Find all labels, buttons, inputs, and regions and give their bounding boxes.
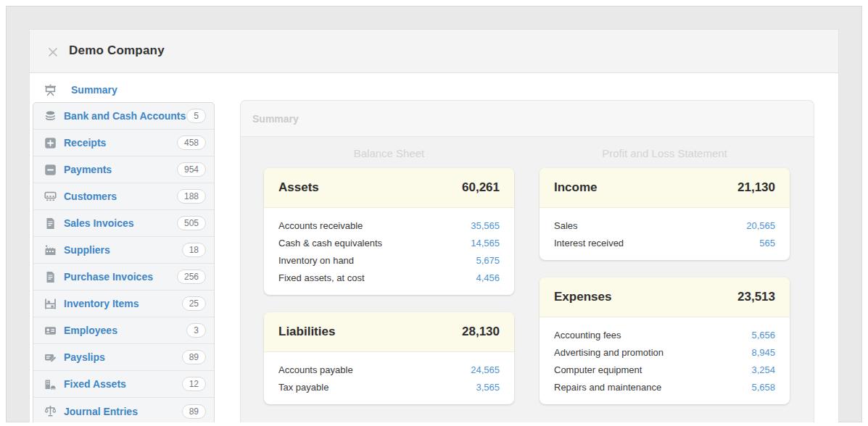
sidebar-item-payments[interactable]: Payments 954 [33,156,214,183]
sidebar-item-summary[interactable]: Summary [33,78,215,102]
row-amount[interactable]: 35,565 [471,220,500,232]
account-row: Accounts payable 24,565 [278,361,500,378]
sidebar-nav-list: Bank and Cash Accounts 5 Receipts 458 Pa… [33,102,215,422]
invoice-icon [44,271,57,283]
summary-panel: Summary Balance Sheet Assets 60,261 Acco… [240,100,814,422]
minus-square-icon [44,164,57,176]
sidebar-item-receipts[interactable]: Receipts 458 [33,130,214,156]
row-label: Interest received [554,237,624,249]
card-title: Liabilities [278,325,335,339]
sidebar-item-inventory-items[interactable]: Inventory Items 25 [33,291,214,317]
scales-icon [44,405,57,417]
sidebar-item-label: Sales Invoices [64,217,177,229]
row-label: Sales [554,220,578,232]
tab-summary[interactable]: Summary [252,113,299,125]
column-heading: Profit and Loss Statement [540,147,790,159]
balance-sheet-column: Balance Sheet Assets 60,261 Accounts rec… [264,137,514,422]
account-row: Accounts receivable 35,565 [278,217,500,234]
row-label: Inventory on hand [278,254,354,267]
row-amount[interactable]: 24,565 [471,364,500,376]
count-badge: 18 [182,243,206,257]
row-label: Advertising and promotion [554,346,664,359]
audience-icon [44,191,57,203]
sidebar-item-fixed-assets[interactable]: Fixed Assets 12 [33,371,214,398]
card-body: Accounting fees 5,656 Advertising and pr… [540,317,790,404]
sidebar-item-label: Payments [64,164,177,175]
sidebar-item-customers[interactable]: Customers 188 [33,183,214,210]
sidebar-item-label: Inventory Items [64,298,182,309]
sidebar-item-bank-and-cash-accounts[interactable]: Bank and Cash Accounts 5 [33,103,214,130]
row-label: Cash & cash equivalents [278,237,382,249]
card-income: Income 21,130 Sales 20,565 Interest rece… [540,168,790,260]
card-title: Assets [278,180,319,195]
count-badge: 256 [177,270,206,284]
sidebar-item-suppliers[interactable]: Suppliers 18 [33,237,214,264]
row-amount[interactable]: 5,675 [476,254,500,267]
row-amount[interactable]: 5,656 [751,329,775,341]
sidebar-item-label: Fixed Assets [64,378,182,390]
building-truck-icon [44,378,57,390]
count-badge: 458 [177,135,206,150]
row-label: Fixed assets, at cost [278,272,365,284]
account-row: Fixed assets, at cost 4,456 [278,269,500,286]
count-badge: 188 [177,189,206,204]
account-row: Computer equipment 3,254 [554,361,775,378]
sidebar-item-label: Payslips [64,351,182,363]
sidebar-item-label: Suppliers [64,244,182,256]
shelf-icon [44,298,57,310]
card-title: Expenses [554,290,611,304]
count-badge: 5 [186,109,206,123]
row-amount[interactable]: 14,565 [471,237,500,249]
account-row: Tax payable 3,565 [278,378,500,396]
row-amount[interactable]: 3,254 [751,364,775,376]
account-row: Cash & cash equivalents 14,565 [278,234,500,251]
count-badge: 25 [182,296,206,311]
invoice-icon [44,217,57,230]
card-body: Sales 20,565 Interest received 565 [540,208,790,260]
sidebar-item-sales-invoices[interactable]: Sales Invoices 505 [33,210,214,237]
card-header: Income 21,130 [540,168,790,208]
sidebar-item-label: Purchase Invoices [64,271,177,283]
card-total: 28,130 [462,325,500,339]
card-header: Liabilities 28,130 [264,312,514,352]
row-label: Accounts receivable [278,220,363,232]
account-row: Sales 20,565 [554,217,775,234]
sidebar-item-label: Receipts [64,137,177,149]
account-row: Accounting fees 5,656 [554,326,775,343]
row-label: Repairs and maintenance [554,381,661,393]
row-amount[interactable]: 565 [759,237,775,249]
row-label: Accounts payable [278,364,353,376]
row-amount[interactable]: 8,945 [751,346,775,359]
card-total: 60,261 [462,180,500,195]
close-icon[interactable] [46,46,59,59]
card-assets: Assets 60,261 Accounts receivable 35,565… [264,168,514,295]
row-label: Accounting fees [554,329,621,341]
row-amount[interactable]: 5,658 [751,381,775,393]
card-total: 21,130 [737,180,775,195]
sidebar-item-employees[interactable]: Employees 3 [33,317,214,344]
sidebar-item-label: Summary [71,84,117,96]
row-label: Tax payable [278,381,328,393]
card-title: Income [554,180,598,195]
card-liabilities: Liabilities 28,130 Accounts payable 24,5… [264,312,514,404]
factory-icon [44,244,57,256]
account-row: Repairs and maintenance 5,658 [554,378,775,396]
account-row: Interest received 565 [554,234,775,251]
sidebar-item-label: Employees [64,325,186,336]
column-heading: Balance Sheet [264,147,514,159]
row-amount[interactable]: 4,456 [476,272,500,284]
row-amount[interactable]: 3,565 [476,381,500,393]
count-badge: 89 [182,404,206,419]
row-label: Computer equipment [554,364,642,376]
count-badge: 505 [177,216,206,230]
plus-square-icon [44,137,57,149]
account-row: Inventory on hand 5,675 [278,251,500,269]
sidebar-item-label: Customers [64,191,177,202]
row-amount[interactable]: 20,565 [746,220,775,232]
sidebar-item-journal-entries[interactable]: Journal Entries 89 [33,398,214,422]
sidebar-item-purchase-invoices[interactable]: Purchase Invoices 256 [33,264,214,291]
card-total: 23,513 [737,290,775,304]
count-badge: 954 [177,162,206,177]
sidebar-item-payslips[interactable]: Payslips 89 [33,344,214,371]
profit-loss-column: Profit and Loss Statement Income 21,130 … [540,137,790,422]
